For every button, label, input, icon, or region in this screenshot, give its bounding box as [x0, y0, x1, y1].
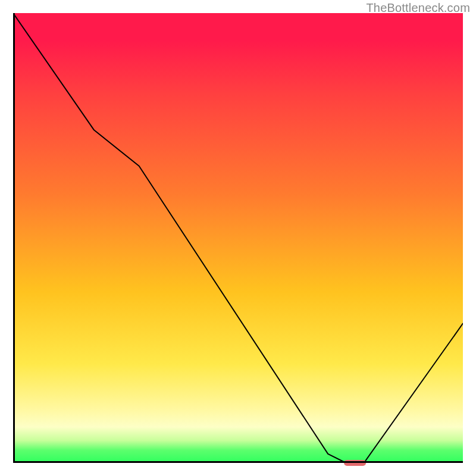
curve-path [13, 13, 463, 463]
bottleneck-chart: TheBottleneck.com [0, 0, 476, 476]
x-axis [13, 461, 463, 463]
y-axis [13, 13, 15, 463]
watermark-text: TheBottleneck.com [366, 1, 470, 15]
bottleneck-curve [13, 13, 463, 463]
plot-area [13, 13, 463, 463]
